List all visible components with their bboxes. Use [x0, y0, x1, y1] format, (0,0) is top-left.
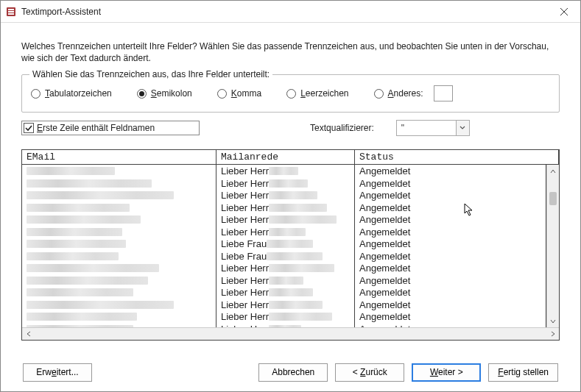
grid-body: Lieber Herr AngemeldetLieber Herr Angeme… [22, 165, 559, 327]
back-button[interactable]: < Zurück [335, 363, 404, 382]
intro-text: Welches Trennzeichen unterteilt Ihre Fel… [21, 40, 560, 64]
table-row: Lieber Herr Angemeldet [22, 213, 546, 226]
cell-anrede: Lieber Herr [216, 165, 355, 177]
combo-dropdown-button[interactable] [456, 121, 469, 135]
svg-rect-1 [8, 9, 14, 10]
header-email[interactable]: EMail [22, 150, 216, 164]
cell-anrede: Lieber Herr [216, 189, 355, 202]
cell-email [22, 226, 216, 238]
first-row-checkbox-wrap[interactable]: Erste Zeile enthält Feldnamen [21, 121, 200, 135]
radio-space[interactable] [286, 89, 296, 99]
cell-status: Angemeldet [355, 177, 546, 190]
radio-space-label[interactable]: Leerzeichen [300, 88, 348, 99]
text-qualifier-label: Textqualifizierer: [310, 123, 374, 133]
window-title: Textimport-Assistent [21, 7, 547, 17]
wizard-window: Textimport-Assistent Welches Trennzeiche… [0, 0, 581, 392]
radio-other-label[interactable]: Anderes: [388, 88, 423, 99]
cell-status: Angemeldet [355, 310, 546, 323]
cell-anrede: Lieber Herr [216, 213, 355, 226]
svg-rect-3 [8, 13, 14, 15]
footer: Erweitert... Abbrechen < Zurück Weiter >… [1, 353, 580, 391]
cell-anrede: Lieber Herr [216, 310, 355, 323]
cell-status: Angemeldet [355, 250, 546, 263]
vertical-scrollbar[interactable] [546, 165, 559, 327]
table-row: Liebe Frau Angemeldet [22, 238, 546, 250]
options-row: Erste Zeile enthält Feldnamen Textqualif… [21, 120, 560, 136]
cell-status: Angemeldet [355, 299, 546, 311]
app-icon [5, 6, 17, 18]
horizontal-scrollbar[interactable] [22, 327, 559, 340]
scroll-right-arrow[interactable] [546, 328, 559, 340]
cell-anrede: Lieber Herr [216, 274, 355, 287]
scroll-up-arrow[interactable] [547, 165, 559, 177]
cell-status: Angemeldet [355, 226, 546, 238]
cell-anrede: Lieber Herr [216, 177, 355, 190]
table-row: Lieber Herr Angemeldet [22, 299, 546, 311]
radio-comma-label[interactable]: Komma [231, 88, 261, 99]
table-row: Lieber Herr Angemeldet [22, 189, 546, 202]
radio-tab[interactable] [31, 89, 41, 99]
table-row: Lieber Herr Angemeldet [22, 177, 546, 190]
cell-status: Angemeldet [355, 238, 546, 250]
content-area: Welches Trennzeichen unterteilt Ihre Fel… [1, 23, 580, 353]
cell-anrede: Lieber Herr [216, 286, 355, 299]
other-delimiter-input[interactable] [434, 85, 453, 101]
title-bar: Textimport-Assistent [1, 1, 580, 23]
table-row: Lieber Herr Angemeldet [22, 165, 546, 177]
next-button[interactable]: Weiter > [412, 363, 481, 382]
cell-status: Angemeldet [355, 286, 546, 299]
radio-other[interactable] [374, 89, 384, 99]
radio-tab-label[interactable]: Tabulatorzeichen [45, 88, 112, 99]
cell-anrede: Liebe Frau [216, 250, 355, 263]
cell-status: Angemeldet [355, 274, 546, 287]
cell-status: Angemeldet [355, 189, 546, 202]
cell-anrede: Lieber Herr [216, 262, 355, 274]
cell-email [22, 310, 216, 323]
grid-header: EMail Mailanrede Status [22, 150, 559, 165]
cell-email [22, 177, 216, 190]
cell-status: Angemeldet [355, 202, 546, 214]
preview-grid: EMail Mailanrede Status Lieber Herr Ange… [21, 149, 560, 341]
cell-email [22, 250, 216, 263]
radio-semicolon-label[interactable]: Semikolon [151, 88, 192, 99]
svg-rect-2 [8, 11, 14, 13]
close-button[interactable] [547, 1, 580, 22]
table-row: Lieber Herr Angemeldet [22, 202, 546, 214]
table-row: Lieber Herr Angemeldet [22, 262, 546, 274]
scroll-down-arrow[interactable] [547, 315, 559, 327]
first-row-checkbox[interactable] [24, 123, 34, 133]
cancel-button[interactable]: Abbrechen [258, 363, 328, 382]
cell-email [22, 323, 216, 328]
text-qualifier-combo[interactable]: " [396, 120, 470, 136]
cell-anrede: Lieber Herr [216, 202, 355, 214]
header-anrede[interactable]: Mailanrede [216, 150, 355, 164]
advanced-button[interactable]: Erweitert... [23, 363, 92, 382]
cell-anrede: Lieber Herr [216, 226, 355, 238]
cell-anrede: Lieber Herr [216, 299, 355, 311]
cell-email [22, 274, 216, 287]
delimiter-options: Tabulatorzeichen Semikolon Komma Leerzei… [31, 85, 550, 101]
cell-anrede: Liebe Frau [216, 238, 355, 250]
header-status[interactable]: Status [355, 150, 559, 164]
cell-status: Angemeldet [355, 262, 546, 274]
radio-comma[interactable] [217, 89, 227, 99]
cell-email [22, 165, 216, 177]
first-row-label: Erste Zeile enthält Feldnamen [37, 123, 155, 133]
table-row: Lieber Herr Angemeldet [22, 274, 546, 287]
cell-email [22, 262, 216, 274]
table-row: Lieber Herr Angemeldet [22, 310, 546, 323]
finish-button[interactable]: Fertig stellen [488, 363, 558, 382]
scroll-left-arrow[interactable] [22, 328, 35, 340]
cell-email [22, 238, 216, 250]
text-qualifier-value: " [397, 123, 456, 133]
scroll-thumb[interactable] [549, 192, 557, 205]
delimiter-fieldset: Wählen Sie das Trennzeichen aus, das Ihr… [21, 74, 560, 113]
cell-status: Angemeldet [355, 165, 546, 177]
cell-anrede: Lieber Herr [216, 323, 355, 328]
cell-status: Angemeldet [355, 213, 546, 226]
cell-status: Angemeldet [355, 323, 546, 328]
cell-email [22, 213, 216, 226]
table-row: Lieber Herr Angemeldet [22, 226, 546, 238]
radio-semicolon[interactable] [137, 89, 147, 99]
cell-email [22, 189, 216, 202]
